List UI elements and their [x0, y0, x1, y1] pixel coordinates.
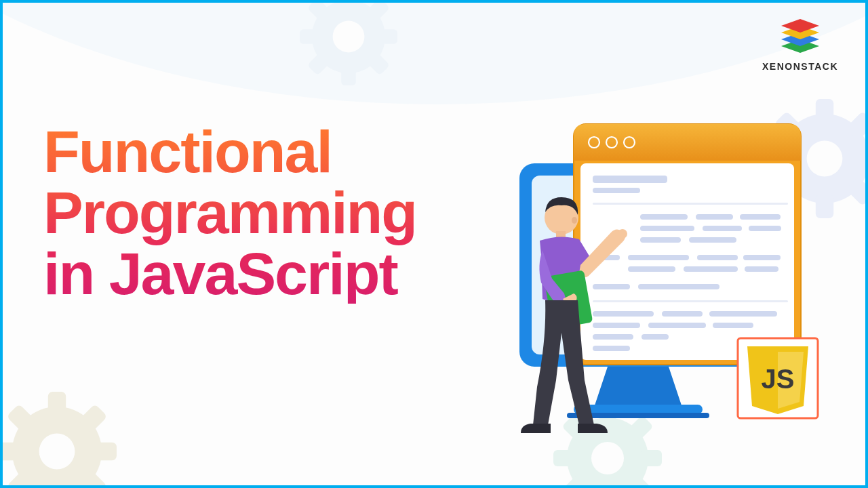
svg-rect-73	[593, 300, 788, 302]
svg-rect-68	[628, 266, 675, 272]
gear-icon	[288, 0, 410, 98]
svg-point-89	[618, 229, 627, 239]
svg-rect-79	[713, 323, 753, 328]
svg-rect-81	[642, 334, 669, 340]
svg-rect-46	[574, 405, 703, 414]
svg-rect-4	[378, 29, 397, 44]
svg-rect-75	[662, 311, 703, 317]
javascript-badge-label: JS	[762, 364, 795, 394]
svg-point-87	[572, 217, 577, 224]
svg-rect-1	[341, 0, 356, 7]
background-arc	[0, 0, 868, 104]
svg-rect-70	[745, 266, 778, 272]
gear-icon	[0, 377, 132, 488]
brand-logo-text: XENONSTACK	[762, 61, 838, 72]
svg-rect-58	[740, 214, 781, 220]
svg-rect-21	[48, 392, 66, 415]
svg-rect-61	[749, 226, 781, 231]
svg-rect-3	[300, 29, 319, 44]
svg-rect-23	[0, 443, 21, 460]
page-title: FunctionalProgrammingin JavaScript	[43, 121, 416, 304]
svg-rect-34	[640, 450, 662, 466]
svg-point-9	[333, 21, 365, 53]
svg-rect-55	[593, 203, 788, 205]
svg-rect-53	[593, 176, 667, 183]
hero-illustration: JS	[472, 96, 825, 448]
svg-rect-82	[593, 346, 630, 351]
svg-rect-69	[684, 266, 738, 272]
svg-rect-77	[593, 323, 640, 328]
svg-rect-14	[861, 150, 868, 167]
svg-rect-60	[703, 226, 742, 231]
svg-rect-76	[709, 311, 777, 317]
svg-rect-54	[593, 188, 640, 193]
svg-rect-71	[593, 284, 630, 289]
svg-point-29	[39, 434, 75, 470]
svg-rect-65	[628, 255, 689, 260]
javascript-badge-icon: JS	[738, 338, 818, 418]
svg-rect-33	[553, 450, 575, 466]
svg-rect-2	[341, 66, 356, 85]
svg-rect-72	[638, 284, 719, 289]
svg-rect-63	[689, 237, 736, 243]
svg-rect-74	[593, 311, 654, 317]
svg-rect-62	[640, 237, 681, 243]
svg-rect-78	[648, 323, 706, 328]
brand-logo: XENONSTACK	[762, 18, 838, 72]
svg-rect-80	[593, 334, 633, 340]
svg-rect-59	[640, 226, 694, 231]
svg-rect-57	[696, 214, 733, 220]
svg-rect-67	[743, 255, 781, 260]
brand-logo-mark	[779, 18, 821, 58]
svg-rect-56	[640, 214, 688, 220]
svg-rect-66	[697, 255, 738, 260]
svg-rect-24	[93, 443, 117, 460]
